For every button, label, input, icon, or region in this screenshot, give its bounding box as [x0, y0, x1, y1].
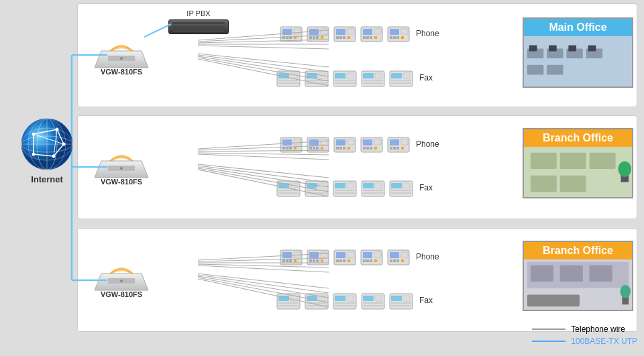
- phone-icon: [306, 247, 330, 266]
- svg-rect-178: [347, 183, 354, 188]
- svg-point-201: [120, 280, 123, 282]
- fax-icon: [388, 290, 414, 310]
- svg-rect-108: [363, 73, 374, 78]
- svg-rect-203: [282, 252, 292, 258]
- svg-rect-249: [347, 296, 354, 301]
- svg-rect-207: [294, 259, 297, 262]
- svg-rect-170: [278, 192, 299, 194]
- svg-rect-136: [294, 147, 297, 150]
- svg-rect-240: [278, 302, 299, 304]
- svg-rect-184: [363, 190, 383, 191]
- svg-rect-68: [316, 36, 319, 39]
- svg-rect-190: [391, 192, 411, 194]
- fax-icon: [304, 68, 329, 88]
- svg-rect-214: [321, 259, 323, 262]
- phone-icon: [386, 247, 411, 266]
- svg-rect-140: [309, 147, 312, 150]
- internet-label: Internet: [31, 174, 63, 184]
- branch2-office-photo: Branch Office: [523, 241, 633, 311]
- fax-icon: [332, 178, 358, 198]
- fax-icon: [360, 178, 386, 198]
- svg-rect-244: [319, 296, 325, 301]
- svg-rect-180: [335, 192, 355, 194]
- svg-rect-95: [278, 80, 299, 81]
- svg-rect-233: [393, 259, 396, 262]
- svg-rect-188: [403, 183, 410, 188]
- svg-rect-179: [335, 190, 355, 191]
- fax-icon: [304, 178, 329, 198]
- svg-rect-109: [375, 73, 382, 78]
- svg-rect-235: [401, 259, 404, 262]
- svg-rect-75: [343, 36, 345, 39]
- svg-rect-76: [347, 36, 350, 39]
- svg-rect-62: [294, 36, 297, 39]
- fax-icon: [388, 178, 414, 198]
- svg-rect-132: [282, 139, 292, 145]
- svg-rect-60: [286, 36, 288, 39]
- svg-rect-88: [393, 36, 396, 39]
- svg-rect-224: [363, 252, 372, 258]
- office-row-main: IP PBX: [77, 3, 637, 107]
- vgw-device-icon: [85, 21, 158, 71]
- svg-rect-77: [347, 29, 354, 34]
- svg-rect-259: [403, 296, 410, 301]
- svg-rect-225: [363, 259, 366, 262]
- svg-rect-168: [290, 183, 297, 188]
- svg-rect-87: [390, 36, 392, 39]
- svg-rect-90: [401, 36, 404, 39]
- svg-rect-104: [347, 73, 354, 78]
- legend-item-utp: 100BASE-TX UTP: [532, 337, 637, 346]
- svg-rect-226: [366, 259, 369, 262]
- phone-icon: [360, 135, 384, 154]
- svg-rect-232: [390, 259, 392, 262]
- fax-icon: [276, 290, 301, 310]
- svg-rect-81: [366, 36, 369, 39]
- svg-rect-124: [529, 46, 537, 52]
- svg-rect-105: [335, 80, 355, 81]
- svg-rect-195: [531, 176, 557, 192]
- svg-rect-204: [282, 259, 285, 262]
- svg-rect-220: [343, 259, 345, 262]
- svg-rect-239: [290, 296, 297, 301]
- svg-rect-98: [307, 73, 317, 78]
- fax-label-row3: Fax: [419, 296, 433, 305]
- svg-rect-80: [363, 36, 366, 39]
- ippbx-section: IP PBX: [168, 9, 229, 34]
- svg-point-56: [120, 57, 123, 60]
- svg-rect-167: [278, 183, 289, 188]
- svg-rect-227: [370, 259, 372, 262]
- svg-rect-84: [374, 29, 381, 34]
- vgw-label-row1: VGW-810FS: [101, 68, 142, 76]
- phone-icon: [306, 135, 330, 154]
- svg-rect-169: [278, 190, 299, 191]
- svg-rect-238: [278, 296, 289, 301]
- svg-rect-70: [321, 29, 327, 34]
- svg-rect-146: [336, 139, 345, 145]
- svg-rect-212: [313, 259, 315, 262]
- legend-item-telephone: Telephone wire: [532, 324, 637, 334]
- svg-rect-122: [527, 65, 543, 75]
- svg-rect-211: [309, 259, 312, 262]
- svg-point-269: [620, 285, 631, 298]
- vgw-label-row3: VGW-810FS: [101, 290, 142, 298]
- vgw-device-icon2: [85, 131, 158, 181]
- phone-icon: [279, 24, 303, 43]
- svg-rect-208: [294, 252, 301, 257]
- svg-rect-125: [549, 46, 557, 52]
- legend: Telephone wire 100BASE-TX UTP: [532, 324, 637, 346]
- svg-rect-65: [309, 29, 319, 35]
- svg-rect-94: [290, 73, 297, 78]
- fax-icon: [304, 290, 329, 310]
- legend-label-utp: 100BASE-TX UTP: [571, 337, 637, 346]
- svg-rect-154: [363, 147, 366, 150]
- svg-rect-89: [396, 36, 399, 39]
- svg-rect-155: [366, 147, 369, 150]
- svg-rect-228: [374, 259, 377, 262]
- phone-icon: [333, 24, 357, 43]
- phone-icon: [306, 24, 330, 43]
- svg-rect-126: [568, 46, 576, 52]
- svg-rect-69: [321, 36, 323, 39]
- svg-rect-144: [321, 139, 327, 145]
- svg-rect-264: [531, 265, 553, 282]
- globe-icon: [20, 117, 74, 171]
